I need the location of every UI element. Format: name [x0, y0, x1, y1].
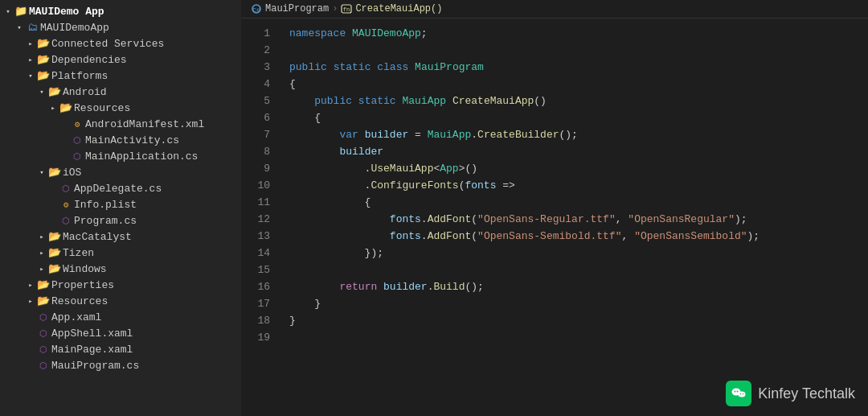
resources-arrow	[48, 103, 58, 113]
code-line-16: return builder.Build();	[289, 278, 868, 295]
project-icon: 🗂	[26, 21, 39, 34]
mainpage-xaml-file-icon: ⬡	[37, 343, 50, 356]
sidebar-item-ios[interactable]: 📂 iOS	[0, 164, 241, 180]
dependencies-arrow	[26, 55, 35, 64]
code-line-8: builder	[289, 143, 868, 160]
connected-services-arrow	[26, 39, 35, 48]
sidebar-item-maccatalyst[interactable]: 📂 MacCatalyst	[0, 229, 241, 245]
svg-point-5	[739, 392, 746, 397]
sidebar-item-program-ios[interactable]: ⬡ Program.cs	[0, 212, 241, 229]
sidebar-item-appshell-xaml[interactable]: ⬡ AppShell.xaml	[0, 325, 241, 341]
info-plist-file-icon: ⚙	[59, 198, 72, 211]
sidebar-item-resources2[interactable]: 📂 Resources	[0, 293, 241, 309]
svg-text:C#: C#	[252, 6, 260, 14]
appdelegate-label: AppDelegate.cs	[74, 183, 162, 195]
svg-point-8	[740, 393, 742, 395]
project-arrow	[14, 23, 24, 32]
windows-label: Windows	[63, 263, 107, 275]
appdelegate-file-icon: ⬡	[59, 182, 72, 195]
properties-arrow	[26, 280, 35, 290]
resources2-label: Resources	[51, 295, 108, 307]
watermark-text: Kinfey Techtalk	[758, 385, 855, 402]
code-line-1: namespace MAUIDemoApp;	[289, 25, 868, 42]
ios-folder-icon: 📂	[48, 166, 61, 179]
properties-label: Properties	[51, 279, 114, 291]
code-body[interactable]: namespace MAUIDemoApp; public static cla…	[276, 19, 868, 416]
appshell-xaml-label: AppShell.xaml	[51, 327, 133, 340]
breadcrumb-part2: CreateMauiApp()	[355, 3, 442, 14]
svg-point-9	[743, 393, 744, 395]
program-ios-file-icon: ⬡	[59, 214, 72, 227]
windows-folder-icon: 📂	[48, 262, 61, 275]
mainactivity-label: MainActivity.cs	[85, 134, 179, 146]
code-line-9: .UseMauiApp<App>()	[289, 160, 868, 177]
sidebar-item-platforms[interactable]: 📂 Platforms	[0, 68, 241, 84]
sidebar-item-app-xaml[interactable]: ⬡ App.xaml	[0, 309, 241, 325]
sidebar-item-android[interactable]: 📂 Android	[0, 84, 241, 100]
mauiprogram-cs-file-icon: ⬡	[37, 359, 50, 372]
solution-root[interactable]: 📁 MAUIDemo App	[0, 3, 241, 19]
code-line-7: var builder = MauiApp.CreateBuilder();	[289, 126, 868, 143]
sidebar-item-resources[interactable]: 📂 Resources	[0, 100, 241, 116]
breadcrumb-separator: ›	[332, 3, 338, 14]
resources2-folder-icon: 📂	[37, 294, 50, 307]
line-numbers: 1 2 3 4 5 6 7 8 9 10 11 12 13 14 15 16 1…	[241, 19, 276, 416]
mainactivity-file-icon: ⬡	[71, 134, 84, 146]
file-explorer: 📁 MAUIDemo App 🗂 MAUIDemoApp 📂 Connected…	[0, 0, 241, 416]
sidebar-item-info-plist[interactable]: ⚙ Info.plist	[0, 196, 241, 212]
code-line-3: public static class MauiProgram	[289, 59, 868, 76]
connected-services-folder-icon: 📂	[37, 37, 50, 50]
tizen-label: Tizen	[63, 247, 94, 259]
androidmanifest-file-icon: ⚙	[71, 117, 84, 130]
android-folder-icon: 📂	[48, 85, 61, 98]
sidebar-item-mainactivity[interactable]: ⬡ MainActivity.cs	[0, 132, 241, 148]
resources-folder-icon: 📂	[59, 101, 72, 114]
sidebar-item-androidmanifest[interactable]: ⚙ AndroidManifest.xml	[0, 116, 241, 132]
android-label: Android	[63, 86, 107, 98]
dependencies-folder-icon: 📂	[37, 53, 50, 66]
sidebar-item-connected-services[interactable]: 📂 Connected Services	[0, 35, 241, 51]
code-container[interactable]: 1 2 3 4 5 6 7 8 9 10 11 12 13 14 15 16 1…	[241, 19, 868, 416]
androidmanifest-label: AndroidManifest.xml	[85, 118, 204, 130]
dependencies-label: Dependencies	[51, 54, 127, 66]
appshell-xaml-file-icon: ⬡	[37, 327, 50, 340]
code-line-14: });	[289, 245, 868, 262]
sidebar-item-mainapplication[interactable]: ⬡ MainApplication.cs	[0, 148, 241, 164]
breadcrumb-part1: MauiProgram	[265, 3, 329, 14]
program-ios-label: Program.cs	[74, 215, 137, 227]
sidebar-item-mainpage-xaml[interactable]: ⬡ MainPage.xaml	[0, 341, 241, 357]
code-line-5: public static MauiApp CreateMauiApp()	[289, 93, 868, 109]
sidebar-item-dependencies[interactable]: 📂 Dependencies	[0, 51, 241, 68]
ios-label: iOS	[63, 167, 81, 179]
maccatalyst-label: MacCatalyst	[63, 231, 132, 243]
app-xaml-label: App.xaml	[51, 311, 101, 323]
code-line-2	[289, 42, 868, 59]
windows-arrow	[37, 264, 47, 274]
sidebar-item-mauiprogram-cs[interactable]: ⬡ MauiProgram.cs	[0, 357, 241, 373]
code-line-15	[289, 262, 868, 278]
svg-point-7	[737, 391, 739, 393]
mauiprogram-cs-label: MauiProgram.cs	[51, 360, 139, 372]
watermark: Kinfey Techtalk	[726, 381, 855, 406]
breadcrumb: C# MauiProgram › fn CreateMauiApp()	[241, 0, 868, 19]
sidebar-item-tizen[interactable]: 📂 Tizen	[0, 245, 241, 261]
properties-folder-icon: 📂	[37, 278, 50, 291]
project-node[interactable]: 🗂 MAUIDemoApp	[0, 19, 241, 35]
code-line-17: }	[289, 295, 868, 312]
project-label: MAUIDemoApp	[40, 22, 109, 34]
resources-label: Resources	[74, 102, 130, 114]
resources2-arrow	[26, 296, 35, 306]
maccatalyst-arrow	[37, 232, 47, 241]
svg-point-6	[735, 391, 736, 393]
code-line-4: {	[289, 76, 868, 93]
platforms-folder-icon: 📂	[37, 69, 50, 82]
sidebar-item-windows[interactable]: 📂 Windows	[0, 261, 241, 277]
app-xaml-file-icon: ⬡	[37, 311, 50, 323]
code-line-11: {	[289, 194, 868, 211]
code-line-10: .ConfigureFonts(fonts =>	[289, 177, 868, 194]
mainapplication-label: MainApplication.cs	[85, 150, 198, 163]
maccatalyst-folder-icon: 📂	[48, 230, 61, 243]
sidebar-item-appdelegate[interactable]: ⬡ AppDelegate.cs	[0, 180, 241, 196]
info-plist-label: Info.plist	[74, 199, 137, 211]
sidebar-item-properties[interactable]: 📂 Properties	[0, 277, 241, 293]
